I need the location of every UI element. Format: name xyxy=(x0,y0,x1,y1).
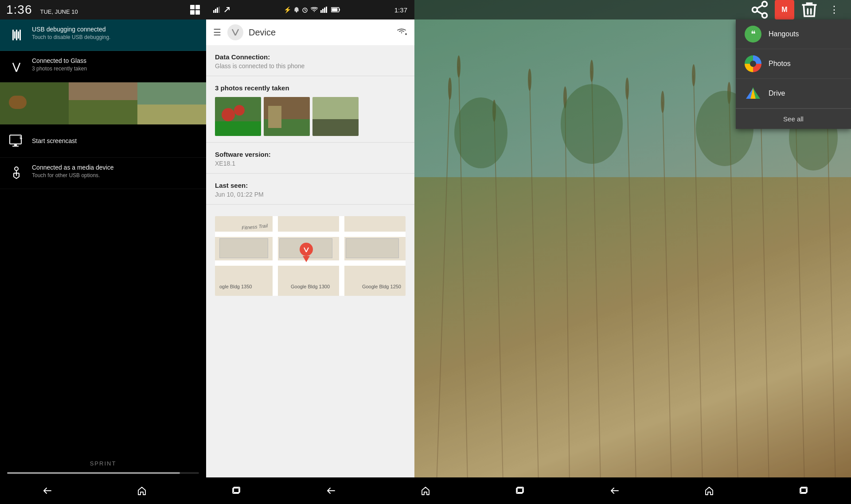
svg-point-64 xyxy=(762,13,767,18)
photo-card-3[interactable] xyxy=(312,97,359,136)
svg-rect-22 xyxy=(332,8,337,12)
screencast-item[interactable]: Start screencast xyxy=(0,124,206,158)
svg-rect-4 xyxy=(12,146,19,147)
photos-label: 3 photos recently taken xyxy=(215,84,406,92)
svg-rect-19 xyxy=(324,8,325,13)
notif-usb-debug[interactable]: USB debugging connected Touch to disable… xyxy=(0,19,206,51)
svg-point-58 xyxy=(454,97,507,168)
photo-card-1[interactable] xyxy=(215,97,261,136)
right-home-button[interactable] xyxy=(698,480,720,502)
middle-home-button[interactable] xyxy=(414,480,437,502)
share-icon xyxy=(750,0,769,19)
screencast-label: Start screencast xyxy=(32,137,77,144)
data-connection-section: Data Connection: Glass is connected to t… xyxy=(206,45,414,76)
data-connection-label: Data Connection: xyxy=(215,53,406,61)
progress-bar xyxy=(7,472,199,474)
svg-line-0 xyxy=(16,63,20,72)
signal-bars-middle-icon xyxy=(320,7,328,13)
home-icon xyxy=(137,486,147,496)
svg-rect-8 xyxy=(213,10,215,13)
left-recents-button[interactable] xyxy=(225,480,247,502)
svg-point-50 xyxy=(590,60,593,82)
gmail-button[interactable]: M xyxy=(775,0,794,19)
usb-icon xyxy=(7,26,26,44)
photos-icon xyxy=(745,55,761,72)
gmail-icon: M xyxy=(781,6,787,14)
svg-line-25 xyxy=(232,29,235,35)
svg-line-28 xyxy=(306,248,308,252)
svg-rect-10 xyxy=(217,8,218,13)
left-back-button[interactable] xyxy=(36,480,59,502)
hamburger-icon[interactable]: ☰ xyxy=(213,27,221,38)
more-dots-icon: ⋮ xyxy=(829,4,839,16)
photos-option[interactable]: Photos xyxy=(736,49,851,79)
photo-thumb-1[interactable] xyxy=(0,82,69,124)
software-version-label: Software version: xyxy=(215,151,406,158)
svg-rect-9 xyxy=(215,9,216,13)
middle-back-button[interactable] xyxy=(320,480,342,502)
left-status-bar: 1:36 TUE, JUNE 10 xyxy=(0,0,206,19)
right-status-bar: M ⋮ xyxy=(414,0,851,19)
right-back-button[interactable] xyxy=(604,480,626,502)
software-version-value: XE18.1 xyxy=(215,160,406,167)
svg-rect-17 xyxy=(320,10,322,13)
map-road-v2 xyxy=(339,216,344,296)
svg-rect-2 xyxy=(10,135,21,144)
right-recents-button[interactable] xyxy=(792,480,815,502)
trash-icon xyxy=(800,0,819,19)
svg-point-62 xyxy=(762,2,767,7)
back-arrow-icon xyxy=(42,485,53,496)
svg-line-29 xyxy=(304,248,306,252)
svg-point-13 xyxy=(296,11,297,12)
trash-button[interactable] xyxy=(800,0,819,19)
software-version-section: Software version: XE18.1 xyxy=(206,143,414,174)
back-arrow-icon-mid xyxy=(326,485,336,496)
usb-media-subtitle: Touch for other USB options. xyxy=(32,172,199,178)
drive-label: Drive xyxy=(769,89,785,97)
svg-line-16 xyxy=(305,10,306,11)
right-nav-section xyxy=(567,480,851,502)
svg-point-53 xyxy=(692,64,695,86)
photo-thumb-3[interactable] xyxy=(137,82,206,124)
middle-recents-button[interactable] xyxy=(509,480,531,502)
signal-bars-icon xyxy=(213,7,221,13)
hangouts-option[interactable]: ❝ Hangouts xyxy=(736,19,851,49)
svg-point-51 xyxy=(625,78,629,100)
map-building-1250 xyxy=(346,238,399,258)
diagonal-arrow-icon xyxy=(224,7,230,13)
photos-label: Photos xyxy=(769,60,791,68)
device-detail-panel: ⚡ xyxy=(206,0,414,477)
photo-thumbnail-strip[interactable] xyxy=(0,82,206,124)
left-home-button[interactable] xyxy=(131,480,153,502)
notif-connected-glass[interactable]: Connected to Glass 3 photos recently tak… xyxy=(0,51,206,82)
drive-icon xyxy=(745,85,761,102)
share-dropdown-menu: ❝ Hangouts Photos xyxy=(736,19,851,129)
svg-rect-18 xyxy=(322,9,324,13)
see-all-option[interactable]: See all xyxy=(736,109,851,129)
map-container[interactable]: Fitness Trail ogle Bldg 1350 Google Bldg… xyxy=(215,216,406,296)
photo-card-2[interactable] xyxy=(264,97,310,136)
progress-bar-fill xyxy=(7,472,180,474)
left-nav-section xyxy=(0,480,284,502)
svg-line-65 xyxy=(757,11,763,14)
device-content: Data Connection: Glass is connected to t… xyxy=(206,45,414,477)
hangouts-label: Hangouts xyxy=(769,30,799,38)
photo-thumb-2[interactable] xyxy=(69,82,137,124)
glass-notif-title: Connected to Glass xyxy=(32,57,199,64)
share-button[interactable] xyxy=(750,0,769,19)
notification-shade: 1:36 TUE, JUNE 10 xyxy=(0,0,206,477)
bldg-1300-label: Google Bldg 1300 xyxy=(291,284,330,289)
drive-option[interactable]: Drive xyxy=(736,79,851,109)
notify-icon xyxy=(294,7,299,13)
map-road-v1 xyxy=(273,216,278,296)
wifi-add-icon[interactable] xyxy=(396,27,407,39)
right-panel: M ⋮ ❝ Hangouts xyxy=(414,0,851,477)
left-date: TUE, JUNE 10 xyxy=(40,8,78,15)
svg-point-59 xyxy=(561,84,623,164)
device-title: Device xyxy=(249,27,396,38)
notification-list: USB debugging connected Touch to disable… xyxy=(0,19,206,455)
more-options-button[interactable]: ⋮ xyxy=(824,0,844,19)
notif-usb-media[interactable]: Connected as a media device Touch for ot… xyxy=(0,158,206,189)
back-arrow-icon-right xyxy=(609,485,620,496)
bluetooth-icon: ⚡ xyxy=(284,6,291,13)
